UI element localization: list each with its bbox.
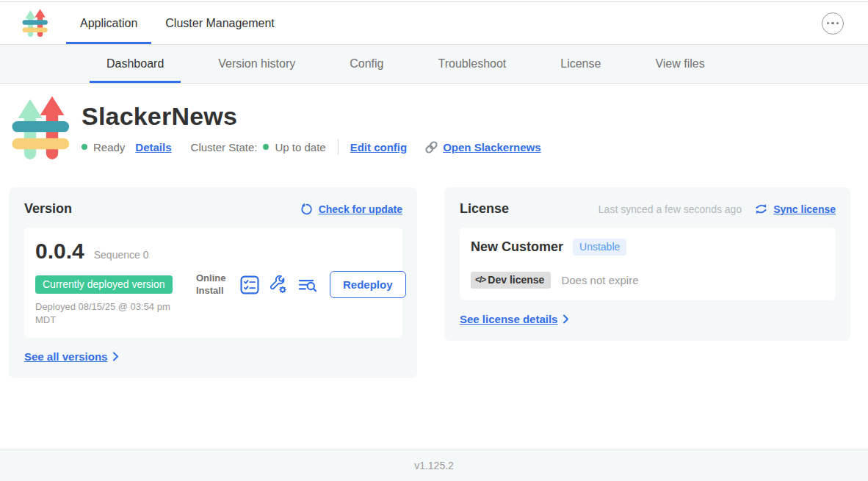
cluster-state-value: Up to date: [275, 141, 325, 153]
cluster-state-label: Cluster State:: [191, 141, 258, 153]
link-icon: [424, 140, 438, 154]
license-type-label: Dev license: [488, 274, 544, 286]
subnav-view-files-label: View files: [655, 57, 704, 70]
license-card-title: License: [460, 201, 509, 217]
subnav-version-history[interactable]: Version history: [191, 45, 322, 83]
app-status-dot: [82, 144, 87, 150]
view-config-button[interactable]: [269, 275, 288, 294]
tab-cluster-management[interactable]: Cluster Management: [151, 2, 289, 44]
see-all-versions-label: See all versions: [24, 350, 107, 363]
app-status-row: Ready Details Cluster State: Up to date …: [82, 140, 541, 154]
install-type-label: Online Install: [196, 272, 231, 297]
divider: [338, 140, 339, 154]
preflight-checks-button[interactable]: [240, 275, 259, 294]
license-expiry: Does not expire: [561, 274, 638, 286]
edit-config-link[interactable]: Edit config: [350, 141, 408, 153]
console-footer: v1.125.2: [0, 449, 868, 481]
top-navigation-bar: Application Cluster Management: [0, 2, 868, 45]
subnav-license[interactable]: License: [533, 45, 628, 83]
customer-name: New Customer: [471, 239, 563, 255]
subnav-troubleshoot-label: Troubleshoot: [438, 57, 506, 70]
version-sequence: Sequence 0: [94, 249, 149, 261]
sync-license-link[interactable]: Sync license: [773, 203, 836, 215]
subnav-version-history-label: Version history: [218, 57, 295, 70]
logs-search-icon: [297, 275, 318, 294]
tab-application[interactable]: Application: [66, 2, 151, 44]
license-panel: New Customer Unstable </> Dev license Do…: [460, 228, 836, 300]
current-version-panel: 0.0.4 Sequence 0 Currently deployed vers…: [24, 228, 402, 338]
app-status-label: Ready: [93, 141, 125, 153]
open-slackernews-link[interactable]: Open Slackernews: [443, 141, 540, 153]
redeploy-button[interactable]: Redeploy: [330, 271, 406, 298]
deployed-timestamp: Deployed 08/15/25 @ 03:54 pm MDT: [35, 300, 193, 326]
check-for-update-link[interactable]: Check for update: [319, 203, 402, 215]
subnav-view-files[interactable]: View files: [628, 45, 731, 83]
ellipsis-icon: [827, 22, 830, 25]
subnav-dashboard[interactable]: Dashboard: [79, 45, 191, 83]
currently-deployed-badge: Currently deployed version: [35, 275, 173, 294]
view-logs-button[interactable]: [297, 275, 318, 294]
chevron-right-icon: [112, 352, 119, 361]
version-card: Version Check for update 0.0.4 Sequence …: [9, 187, 417, 378]
subnav-troubleshoot[interactable]: Troubleshoot: [411, 45, 533, 83]
see-license-details-label: See license details: [460, 313, 557, 325]
chevron-right-icon: [563, 314, 569, 324]
see-license-details-link[interactable]: See license details: [460, 313, 569, 325]
version-card-title: Version: [24, 201, 72, 217]
license-card: License Last synced a few seconds ago Sy…: [444, 187, 850, 341]
license-type-badge: </> Dev license: [471, 272, 551, 289]
tab-application-label: Application: [80, 17, 137, 30]
slackernews-logo-icon: [22, 9, 48, 38]
app-sub-navigation: Dashboard Version history Config Trouble…: [0, 45, 868, 84]
slackernews-logo-icon: [11, 96, 71, 162]
see-all-versions-link[interactable]: See all versions: [24, 350, 119, 363]
preflight-checklist-icon: [240, 275, 259, 294]
sync-icon: [755, 203, 767, 215]
console-version: v1.125.2: [414, 460, 454, 471]
last-synced-text: Last synced a few seconds ago: [598, 203, 742, 215]
channel-badge: Unstable: [573, 239, 626, 256]
subnav-dashboard-label: Dashboard: [106, 57, 164, 70]
code-icon: </>: [475, 275, 485, 285]
version-number: 0.0.4: [35, 239, 84, 264]
slackernews-logo-large: [11, 96, 71, 165]
more-menu-button[interactable]: [822, 12, 844, 35]
cluster-state-dot: [263, 144, 269, 150]
slackernews-logo-small: [22, 2, 48, 44]
refresh-icon: [300, 203, 313, 216]
status-details-link[interactable]: Details: [135, 141, 171, 153]
page-title: SlackerNews: [82, 102, 541, 131]
subnav-config[interactable]: Config: [322, 45, 411, 83]
app-header: SlackerNews Ready Details Cluster State:…: [0, 84, 868, 165]
top-tabs: Application Cluster Management: [66, 2, 289, 44]
subnav-license-label: License: [560, 57, 601, 70]
subnav-config-label: Config: [350, 57, 383, 70]
dashboard-cards: Version Check for update 0.0.4 Sequence …: [0, 165, 868, 378]
tab-cluster-management-label: Cluster Management: [165, 17, 275, 30]
wrench-gear-icon: [269, 275, 288, 294]
